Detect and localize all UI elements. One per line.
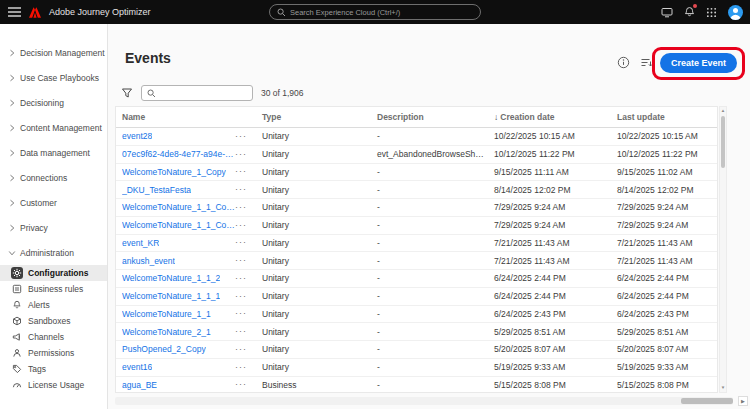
event-name-link[interactable]: WelcomeToNature_1_Copy: [122, 167, 226, 177]
create-event-button[interactable]: Create Event: [660, 53, 737, 73]
event-name-link[interactable]: agua_BE: [122, 380, 157, 390]
column-header-name[interactable]: Name: [116, 112, 256, 122]
table-row[interactable]: WelcomeToNature_1_1_1 ··· Unitary - 6/24…: [116, 288, 717, 306]
sidebar-item-business-rules[interactable]: Business rules: [0, 281, 107, 297]
sidebar-item[interactable]: Connections: [0, 165, 107, 190]
sidebar-item[interactable]: Privacy: [0, 215, 107, 240]
event-name-link[interactable]: PushOpened_2_Copy: [122, 344, 206, 354]
sidebar-item-configurations[interactable]: Configurations: [0, 265, 107, 281]
table-row[interactable]: WelcomeToNature_1_Copy ··· Unitary - 9/1…: [116, 164, 717, 182]
vertical-scrollbar[interactable]: ▲ ▼: [719, 106, 727, 393]
table-row[interactable]: ankush_event ··· Unitary - 7/21/2025 11:…: [116, 252, 717, 270]
table-row[interactable]: agua_BE ··· Business - 5/15/2025 8:08 PM…: [116, 377, 717, 394]
more-options-button[interactable]: ···: [235, 221, 247, 230]
more-options-button[interactable]: ···: [235, 238, 247, 247]
scroll-right-icon[interactable]: ▶: [738, 396, 748, 406]
table-row[interactable]: WelcomeToNature_1_1_2 ··· Unitary - 6/24…: [116, 270, 717, 288]
column-header-type[interactable]: Type: [256, 112, 371, 122]
filter-icon[interactable]: [121, 87, 133, 99]
event-name-link[interactable]: event_KR: [122, 238, 159, 248]
table-row[interactable]: WelcomeToNature_1_1_Copy ··· Unitary - 7…: [116, 217, 717, 235]
more-options-button[interactable]: ···: [235, 132, 247, 141]
global-search-input[interactable]: [290, 8, 473, 17]
table-row[interactable]: WelcomeToNature_1_1_Copy2 ··· Unitary - …: [116, 199, 717, 217]
event-name-link[interactable]: WelcomeToNature_1_1_Copy: [122, 220, 235, 230]
sidebar-item[interactable]: Use Case Playbooks: [0, 65, 107, 90]
event-name-link[interactable]: 07ec9f62-4de8-4e77-a94e-508a49: [122, 149, 235, 159]
more-options-button[interactable]: ···: [235, 274, 247, 283]
event-name-link[interactable]: event16: [122, 362, 152, 372]
table-row[interactable]: PushOpened_2_Copy ··· Unitary - 5/20/202…: [116, 341, 717, 359]
more-options-button[interactable]: ···: [235, 203, 247, 212]
table-row[interactable]: event16 ··· Unitary - 5/19/2025 9:33 AM …: [116, 359, 717, 377]
event-name-link[interactable]: WelcomeToNature_1_1_2: [122, 273, 220, 283]
sidebar-item-label: Connections: [20, 173, 67, 183]
sidebar-item-label: Configurations: [28, 268, 88, 278]
sort-descending-icon: ↓: [494, 112, 498, 122]
event-name-link[interactable]: WelcomeToNature_1_1: [122, 309, 211, 319]
table-row[interactable]: event_KR ··· Unitary - 7/21/2025 11:43 A…: [116, 235, 717, 253]
sidebar-item-label: Decisioning: [20, 98, 64, 108]
console-icon[interactable]: [661, 6, 673, 18]
horizontal-scrollbar[interactable]: [115, 397, 733, 405]
scroll-up-icon[interactable]: ▲: [720, 109, 726, 114]
notifications-icon[interactable]: [684, 6, 695, 18]
more-options-button[interactable]: ···: [235, 256, 247, 265]
column-header-description[interactable]: Description: [371, 112, 488, 122]
table-row[interactable]: event28 ··· Unitary - 10/22/2025 10:15 A…: [116, 128, 717, 146]
horizontal-scroll-thumb[interactable]: [681, 398, 733, 404]
event-name-link[interactable]: WelcomeToNature_2_1: [122, 327, 211, 337]
event-description: -: [371, 273, 488, 283]
more-options-button[interactable]: ···: [235, 363, 247, 372]
event-name-link[interactable]: ankush_event: [122, 256, 175, 266]
table-row[interactable]: WelcomeToNature_2_1 ··· Unitary - 5/29/2…: [116, 323, 717, 341]
table-row[interactable]: _DKU_TestaFesta ··· Unitary - 8/14/2025 …: [116, 181, 717, 199]
chevron-right-icon: [8, 149, 16, 157]
sidebar-item-sandboxes[interactable]: Sandboxes: [0, 313, 107, 329]
more-options-button[interactable]: ···: [235, 185, 247, 194]
sidebar-item-tags[interactable]: Tags: [0, 361, 107, 377]
more-options-button[interactable]: ···: [235, 167, 247, 176]
chevron-right-icon: [8, 174, 16, 182]
table-search-input[interactable]: [160, 89, 270, 98]
event-last-update: 5/15/2025 8:08 PM: [611, 380, 717, 390]
scroll-down-icon[interactable]: ▼: [720, 386, 726, 391]
sidebar-item[interactable]: Decisioning: [0, 90, 107, 115]
display-options-icon[interactable]: [640, 56, 653, 69]
sidebar-item[interactable]: Decision Management: [0, 40, 107, 65]
avatar[interactable]: [728, 5, 743, 20]
sidebar-item-alerts[interactable]: Alerts: [0, 297, 107, 313]
global-search[interactable]: [269, 4, 481, 20]
table-search[interactable]: [141, 85, 253, 101]
sidebar-item[interactable]: Content Management: [0, 115, 107, 140]
event-name-link[interactable]: WelcomeToNature_1_1_1: [122, 291, 220, 301]
event-last-update: 7/21/2025 11:43 AM: [611, 238, 717, 248]
vertical-scroll-thumb[interactable]: [721, 116, 725, 168]
sidebar-item[interactable]: Customer: [0, 190, 107, 215]
sidebar-item-label: Channels: [28, 332, 64, 342]
sidebar-item-administration[interactable]: Administration: [0, 240, 107, 265]
table-row[interactable]: 07ec9f62-4de8-4e77-a94e-508a49 ··· Unita…: [116, 146, 717, 164]
app-switcher-icon[interactable]: [706, 7, 717, 18]
more-options-button[interactable]: ···: [235, 292, 247, 301]
column-header-last-update[interactable]: Last update: [611, 112, 717, 122]
event-description: -: [371, 380, 488, 390]
more-options-button[interactable]: ···: [235, 309, 247, 318]
event-name-link[interactable]: WelcomeToNature_1_1_Copy2: [122, 202, 235, 212]
sidebar-item-channels[interactable]: Channels: [0, 329, 107, 345]
more-options-button[interactable]: ···: [235, 150, 247, 159]
more-options-button[interactable]: ···: [235, 345, 247, 354]
sidebar-item-license-usage[interactable]: License Usage: [0, 377, 107, 393]
menu-icon[interactable]: [8, 7, 21, 17]
event-description: -: [371, 185, 488, 195]
sidebar-item-permissions[interactable]: Permissions: [0, 345, 107, 361]
column-header-creation-date[interactable]: ↓Creation date: [488, 112, 611, 122]
event-name-link[interactable]: _DKU_TestaFesta: [122, 185, 191, 195]
more-options-button[interactable]: ···: [235, 327, 247, 336]
person-icon: [11, 347, 23, 359]
sidebar-item[interactable]: Data management: [0, 140, 107, 165]
table-row[interactable]: WelcomeToNature_1_1 ··· Unitary - 6/24/2…: [116, 306, 717, 324]
more-options-button[interactable]: ···: [235, 380, 247, 389]
info-icon[interactable]: [617, 56, 630, 69]
event-name-link[interactable]: event28: [122, 131, 152, 141]
